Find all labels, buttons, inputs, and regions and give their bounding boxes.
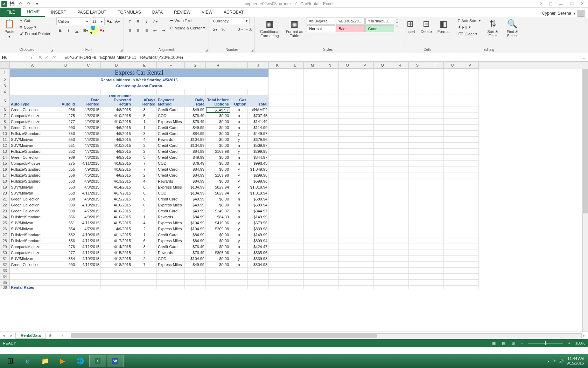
align-right-icon[interactable]: ≡ [143,27,150,34]
cell-style-normal[interactable]: Normal [307,25,335,32]
cell[interactable] [444,232,461,238]
cell[interactable]: Credit Card [157,125,185,131]
cell[interactable]: $1,049.93 [248,166,269,172]
cell[interactable] [426,172,444,178]
cell[interactable] [409,208,426,214]
cell[interactable]: $49.99 [185,125,206,131]
cell[interactable] [248,89,269,95]
column-header[interactable]: C [76,62,101,69]
cell[interactable] [444,208,461,214]
cell[interactable]: 4 [132,178,157,184]
cell[interactable] [286,190,304,196]
cell[interactable] [304,208,321,214]
increase-indent-icon[interactable]: ⇥ [160,27,167,34]
cell[interactable] [409,226,426,232]
cell[interactable] [374,274,391,280]
cell[interactable]: Express Miles [157,238,185,244]
cell[interactable] [339,238,356,244]
cell[interactable]: n [230,244,248,250]
cell[interactable] [321,155,339,161]
dialog-launcher-icon[interactable]: ◢ [120,49,122,52]
cell[interactable] [339,95,356,107]
cell[interactable]: y [230,220,248,226]
cell[interactable] [286,250,304,256]
sort-filter-button[interactable]: ⇅Sort & Filter [484,18,502,39]
cell[interactable]: 554 [55,226,76,232]
cell[interactable]: $804.93 [248,262,269,268]
column-header[interactable]: O [339,62,356,69]
row-header[interactable]: 33 [0,268,10,274]
cell[interactable] [356,208,374,214]
cell[interactable] [444,137,461,143]
format-as-table-button[interactable]: ▦Format as Table [284,18,305,39]
cell[interactable] [230,286,248,289]
cell[interactable] [426,274,444,280]
cell[interactable] [461,244,479,250]
cell[interactable]: n [230,262,248,268]
cell[interactable] [391,89,409,95]
cell[interactable]: 550 [55,137,76,143]
cell[interactable]: 2 [132,149,157,155]
cell[interactable] [356,137,374,143]
cell[interactable]: Rewards [157,137,185,143]
cell[interactable]: Rewards [157,250,185,256]
enter-formula-icon[interactable]: ✓ [44,54,49,61]
column-header[interactable]: H [206,62,230,69]
action-center-icon[interactable]: 🏳 [552,359,556,363]
cell[interactable] [269,220,286,226]
orientation-icon[interactable]: ⤢▾ [151,18,159,25]
cell[interactable] [356,268,374,274]
row-header[interactable]: 24 [0,214,10,220]
cell[interactable] [461,149,479,155]
cell[interactable]: Compact/Midsize [10,250,55,256]
cell[interactable]: 7 [132,161,157,166]
media-player-icon[interactable]: ▶ [54,355,71,367]
cell[interactable]: 277 [55,119,76,125]
cell[interactable] [461,262,479,268]
cell[interactable] [286,280,304,286]
cell[interactable] [269,190,286,196]
cell[interactable] [391,113,409,119]
cell[interactable]: 4/16/2015 [101,166,132,172]
cell[interactable]: COD [157,190,185,196]
cell[interactable]: 989 [55,155,76,161]
cell[interactable] [339,89,356,95]
cell[interactable]: $104.99 [185,143,206,149]
cell[interactable] [409,83,426,89]
cell[interactable]: Fullsize/Standard [10,238,55,244]
cell[interactable] [426,119,444,125]
cell[interactable]: $149.99 [248,214,269,220]
cell[interactable]: Green Collection [10,155,55,161]
cell[interactable] [286,89,304,95]
cell[interactable]: $84.99 [185,131,206,137]
row-header[interactable]: 4 [0,89,10,95]
merge-center-button[interactable]: ⊟Merge & Center▾ [169,25,207,31]
cell[interactable] [374,107,391,113]
cell[interactable] [409,268,426,274]
row-header[interactable]: 14 [0,155,10,161]
cell[interactable] [269,89,286,95]
header-cell[interactable]: Date Returned/or Expected Return [101,95,132,107]
row-header[interactable]: 5 [0,95,10,107]
row-header[interactable]: 13 [0,149,10,155]
cell[interactable] [374,161,391,166]
header-cell[interactable]: Auto Type [10,95,55,107]
cell[interactable] [391,184,409,190]
zoom-slider[interactable] [528,343,563,344]
cell[interactable]: 7 [132,262,157,268]
cell-style-custom2[interactable]: wEO3CqZvQ... [336,18,365,25]
cell[interactable] [426,232,444,238]
cell[interactable] [304,226,321,232]
cell[interactable] [461,119,479,125]
cell[interactable]: $679.96 [248,220,269,226]
cell[interactable]: 4/16/2015 [101,202,132,208]
cell[interactable]: 4/18/2015 [101,262,132,268]
cell[interactable] [286,155,304,161]
cell[interactable] [374,280,391,286]
cell[interactable] [444,172,461,178]
copy-button[interactable]: ⧉Copy▾ [18,24,52,30]
cell[interactable]: $1,019.94 [248,190,269,196]
cell[interactable] [321,244,339,250]
cell[interactable] [444,119,461,125]
cell[interactable] [461,143,479,149]
